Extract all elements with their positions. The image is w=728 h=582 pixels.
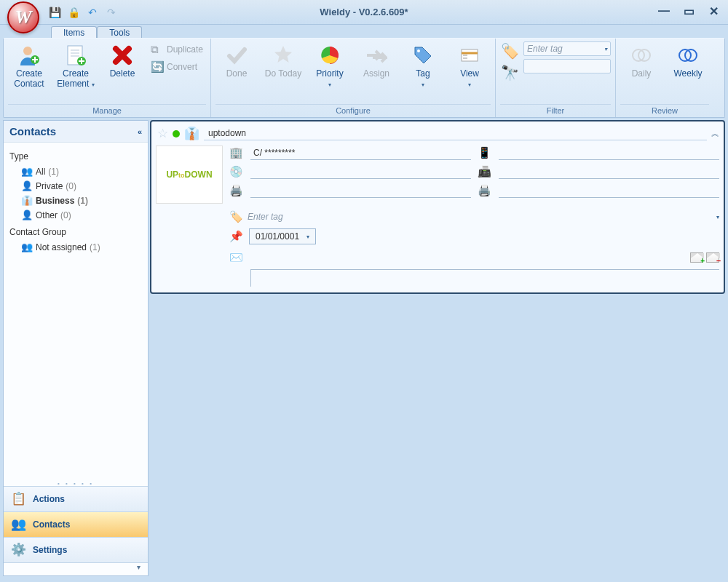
- sidebar-footer[interactable]: ▾: [4, 562, 148, 575]
- save-icon[interactable]: 💾: [48, 6, 61, 19]
- title-bar: W 💾 🔒 ↶ ↷ Wieldy - V0.2.6.609* — ▭ ✕: [0, 0, 728, 25]
- chevron-down-icon: ▾: [716, 214, 719, 220]
- weekly-icon: [676, 43, 700, 68]
- nav-contacts[interactable]: 👥 Contacts: [4, 511, 148, 537]
- priority-icon: [317, 43, 342, 68]
- duplicate-button[interactable]: ⧉ Duplicate: [148, 41, 206, 57]
- undo-icon[interactable]: ↶: [86, 6, 99, 19]
- fields-grid: 🏢 📱 💿 📠 🖨️ 🖨️: [229, 146, 719, 204]
- chevron-down-icon: ▾: [306, 234, 309, 240]
- create-contact-button[interactable]: Create Contact: [8, 41, 50, 91]
- contact-name-input[interactable]: uptodown: [204, 127, 707, 140]
- done-button[interactable]: Done: [215, 41, 258, 81]
- mobile-field[interactable]: [499, 146, 719, 160]
- ribbon-label-manage: Manage: [8, 104, 206, 117]
- sidebar-body: Type 👥All (1)👤Private (0)👔Business (1)👤O…: [4, 143, 148, 480]
- field-2[interactable]: [250, 164, 471, 179]
- contacts-icon: 👥: [11, 517, 27, 533]
- quick-access-toolbar: 💾 🔒 ↶ ↷: [48, 6, 118, 19]
- envelope-icon: ✉️: [229, 250, 243, 265]
- sidebar: Contacts « Type 👥All (1)👤Private (0)👔Bus…: [3, 120, 149, 576]
- create-element-button[interactable]: Create Element ▾: [55, 41, 97, 91]
- tab-tools[interactable]: Tools: [97, 26, 142, 38]
- notes-field[interactable]: [250, 269, 719, 287]
- star-icon: [271, 43, 296, 68]
- mobile-icon: 📱: [477, 146, 491, 160]
- date-picker[interactable]: 01/01/0001 ▾: [249, 228, 316, 244]
- field-3[interactable]: [250, 183, 471, 198]
- filter-tag-input[interactable]: Enter tag ▾: [523, 41, 611, 56]
- svg-rect-11: [463, 55, 467, 56]
- weekly-button[interactable]: Weekly: [667, 41, 709, 81]
- priority-button[interactable]: Priority▾: [309, 41, 351, 91]
- binoculars-icon: 🔭: [500, 63, 519, 82]
- type-icon: 👔: [21, 195, 33, 207]
- convert-button[interactable]: 🔄 Convert: [148, 59, 206, 75]
- business-person-icon: 👔: [184, 126, 199, 141]
- delete-button[interactable]: Delete: [101, 41, 143, 81]
- svg-rect-12: [463, 57, 467, 59]
- ribbon-group-review: Daily Weekly Review: [616, 39, 713, 117]
- detail-header: ☆ 👔 uptodown ︽: [156, 124, 719, 146]
- type-icon: 👤: [21, 210, 33, 221]
- collapse-detail-icon[interactable]: ︽: [711, 128, 719, 139]
- field-4[interactable]: [499, 183, 719, 198]
- redo-icon[interactable]: ↷: [105, 6, 118, 19]
- type-icon: 👥: [21, 166, 33, 178]
- settings-icon: ⚙️: [11, 542, 27, 558]
- nav-actions[interactable]: 📋 Actions: [4, 486, 148, 511]
- do-today-button[interactable]: Do Today: [262, 41, 304, 81]
- sidebar-header: Contacts «: [4, 121, 148, 143]
- minimize-button[interactable]: —: [657, 4, 671, 18]
- view-button[interactable]: View▾: [448, 41, 491, 91]
- tag-icon: [411, 43, 435, 68]
- pin-icon: 📌: [229, 229, 243, 244]
- contact-avatar[interactable]: UPtoDOWN: [156, 146, 223, 204]
- daily-icon: [629, 43, 654, 68]
- nav-settings[interactable]: ⚙️ Settings: [4, 537, 148, 562]
- add-contact-icon: [17, 43, 41, 68]
- fax-icon: 📠: [477, 164, 491, 179]
- remove-email-button[interactable]: [706, 252, 719, 263]
- add-email-button[interactable]: [690, 252, 703, 263]
- group-section-label: Contact Group: [9, 227, 145, 237]
- add-document-icon: [63, 43, 88, 68]
- duplicate-icon: ⧉: [151, 43, 164, 56]
- address-field[interactable]: [250, 146, 471, 160]
- ribbon-group-configure: Done Do Today Priority▾ Assign: [211, 39, 496, 117]
- group-item[interactable]: 👥Not assigned (1): [7, 240, 145, 255]
- app-logo[interactable]: W: [7, 1, 39, 33]
- tag-button[interactable]: Tag▾: [402, 41, 444, 91]
- type-item-other[interactable]: 👤Other (0): [7, 208, 145, 223]
- ribbon-group-manage: Create Contact Create Element ▾ Delete ⧉…: [4, 39, 211, 117]
- favorite-star-icon[interactable]: ☆: [157, 126, 168, 141]
- detail-email-row: ✉️: [229, 250, 719, 265]
- ribbon-label-review: Review: [620, 104, 709, 117]
- content-pane: ☆ 👔 uptodown ︽ UPtoDOWN 🏢 📱 💿: [150, 120, 725, 576]
- status-dot-icon: [173, 130, 180, 137]
- assign-button[interactable]: Assign: [355, 41, 397, 81]
- ribbon-tabs: Items Tools: [0, 25, 728, 38]
- ribbon: Create Contact Create Element ▾ Delete ⧉…: [3, 38, 725, 118]
- maximize-button[interactable]: ▭: [681, 4, 696, 18]
- daily-button[interactable]: Daily: [620, 41, 662, 81]
- ribbon-label-filter: Filter: [500, 104, 611, 117]
- assign-icon: [364, 43, 389, 68]
- chevron-down-icon: ▾: [604, 46, 607, 52]
- group-icon: 👥: [21, 242, 33, 253]
- filter-search-input[interactable]: [523, 59, 611, 73]
- ribbon-group-filter: 🏷️ 🔭 Enter tag ▾ Filter: [496, 39, 616, 117]
- fax-field[interactable]: [499, 164, 719, 179]
- detail-tag-row[interactable]: 🏷️ Enter tag ▾: [229, 210, 719, 224]
- tab-items[interactable]: Items: [51, 26, 97, 38]
- type-item-business[interactable]: 👔Business (1): [7, 194, 145, 208]
- sidebar-grip[interactable]: • • • • •: [4, 480, 148, 486]
- main-area: Contacts « Type 👥All (1)👤Private (0)👔Bus…: [0, 118, 728, 579]
- view-icon: [457, 43, 482, 68]
- type-item-private[interactable]: 👤Private (0): [7, 179, 145, 194]
- lock-icon[interactable]: 🔒: [67, 6, 80, 19]
- printer-icon: 🖨️: [229, 183, 243, 198]
- type-item-all[interactable]: 👥All (1): [7, 164, 145, 179]
- close-button[interactable]: ✕: [706, 4, 721, 18]
- collapse-sidebar-icon[interactable]: «: [138, 127, 142, 136]
